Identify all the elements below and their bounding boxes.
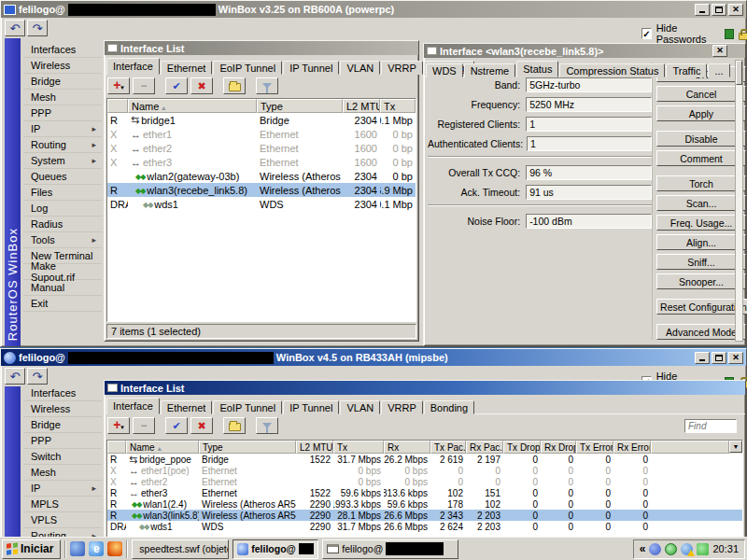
disable-button[interactable]	[190, 417, 213, 434]
close-button[interactable]: ✕	[728, 4, 743, 16]
tray-signal-icon[interactable]	[697, 543, 709, 555]
sidebar-item-ip[interactable]: IP	[23, 481, 102, 497]
interface-list-titlebar[interactable]: Interface List	[105, 381, 745, 395]
table-row[interactable]: wlan2(gateway-03b) Wireless (Atheros AR5…	[107, 169, 416, 183]
sidebar-item-vpls[interactable]: VPLS	[23, 512, 102, 528]
tab-interface[interactable]: Interface	[106, 398, 160, 414]
tab-ip-tunnel[interactable]: IP Tunnel	[283, 400, 339, 414]
sidebar-item-wireless[interactable]: Wireless	[23, 401, 102, 417]
col-rx[interactable]: Rx	[384, 441, 430, 454]
tab-compression-status[interactable]: Compression Status	[559, 63, 665, 77]
comment-button[interactable]	[223, 417, 246, 434]
tab-more[interactable]: ...	[708, 63, 729, 77]
torch-button[interactable]: Torch	[656, 175, 746, 191]
tab-ip-tunnel[interactable]: IP Tunnel	[283, 61, 339, 75]
snooper-button[interactable]: Snooper...	[656, 273, 746, 289]
sidebar-item-mesh[interactable]: Mesh	[23, 465, 102, 481]
add-button[interactable]	[107, 417, 130, 434]
column-select-button[interactable]	[729, 441, 742, 453]
scrollbar-thumb[interactable]	[736, 61, 742, 85]
sidebar-item-interfaces[interactable]: Interfaces	[23, 42, 102, 58]
sidebar-item-mpls[interactable]: MPLS	[23, 497, 102, 512]
sidebar-item-switch[interactable]: Switch	[23, 449, 102, 465]
tab-traffic[interactable]: Traffic	[666, 63, 707, 77]
disable-button[interactable]	[190, 77, 213, 94]
maximize-button[interactable]	[712, 352, 726, 364]
table-row-selected[interactable]: R wlan3(link5.8) Wireless (Atheros AR541…	[107, 510, 742, 521]
sidebar-item-radius[interactable]: Radius	[23, 217, 102, 232]
comment-button[interactable]: Comment	[656, 150, 746, 166]
enable-button[interactable]	[165, 77, 188, 94]
dialog-titlebar[interactable]: Interface <wlan3(recebe_link5.8)> ✕	[424, 44, 745, 58]
redo-button[interactable]: ↷	[27, 20, 48, 36]
sidebar-item-wireless[interactable]: Wireless	[23, 58, 102, 74]
col-tx[interactable]: Tx	[333, 441, 384, 454]
winbox-v3-titlebar[interactable]: felilogo@ WinBox v3.25 on RB600A (powerp…	[1, 1, 746, 18]
table-row[interactable]: DRA wds1 WDS 2304 30.1 Mbp	[107, 197, 416, 211]
table-row[interactable]: R ether3 Ethernet 1522 59.6 kbps 1813.6 …	[107, 487, 742, 498]
sidebar-item-make-supout[interactable]: Make Supout.rif	[23, 264, 102, 280]
quicklaunch-internet-explorer-icon[interactable]: e	[89, 541, 104, 556]
sidebar-item-ppp[interactable]: PPP	[23, 433, 102, 449]
minimize-button[interactable]	[695, 352, 710, 364]
table-row[interactable]: X ether3 Ethernet 1600 0 bp	[107, 155, 416, 169]
col-flags[interactable]	[107, 99, 128, 113]
col-tx-errors[interactable]: Tx Errors	[576, 441, 613, 454]
col-type[interactable]: Type	[199, 441, 296, 454]
col-tx-drops[interactable]: Tx Drops	[503, 441, 541, 454]
tab-ethernet[interactable]: Ethernet	[161, 61, 213, 75]
tray-messenger-icon[interactable]	[649, 543, 661, 555]
filter-button[interactable]	[256, 77, 278, 94]
task-winbox-1[interactable]: felilogo@	[233, 539, 318, 559]
table-row[interactable]: X ether1 Ethernet 1600 0 bp	[107, 127, 416, 141]
table-row[interactable]: R bridge_ppoe Bridge 1522 31.7 Mbps 26.2…	[107, 454, 742, 465]
table-row[interactable]: R bridge1 Bridge 2304 30.1 Mbp	[107, 113, 416, 127]
undo-button[interactable]: ↶	[5, 368, 25, 385]
disable-button[interactable]: Disable	[656, 131, 746, 147]
dialog-close-button[interactable]: ✕	[712, 45, 727, 57]
col-flags[interactable]	[107, 441, 126, 454]
tab-wds[interactable]: WDS	[426, 63, 463, 77]
col-rx-errors[interactable]: Rx Errors	[613, 441, 651, 454]
tray-antivirus-icon[interactable]	[665, 543, 677, 555]
sidebar-item-ip[interactable]: IP	[23, 121, 102, 137]
col-name[interactable]: Name	[126, 441, 199, 454]
sidebar-item-queues[interactable]: Queues	[23, 169, 102, 185]
sidebar-item-tools[interactable]: Tools	[23, 232, 102, 248]
sidebar-item-ppp[interactable]: PPP	[23, 105, 102, 121]
task-winbox-2[interactable]: felilogo@	[322, 539, 458, 559]
advanced-mode-button[interactable]: Advanced Mode	[656, 324, 746, 340]
tab-eoip-tunnel[interactable]: EoIP Tunnel	[213, 400, 282, 414]
sniff-button[interactable]: Sniff...	[656, 254, 746, 270]
tab-vrrp[interactable]: VRRP	[381, 61, 423, 75]
reset-configuration-button[interactable]: Reset Configuration	[656, 299, 747, 315]
remove-button[interactable]	[133, 417, 155, 434]
apply-button[interactable]: Apply	[656, 105, 746, 121]
tab-vlan[interactable]: VLAN	[340, 61, 380, 75]
sidebar-item-mesh[interactable]: Mesh	[23, 90, 102, 105]
tray-collapse-chevron-icon[interactable]	[640, 542, 646, 555]
winbox-v4-titlebar[interactable]: felilogo@ WinBox v4.5 on RB433AH (mipsbe…	[1, 349, 746, 366]
tab-ethernet[interactable]: Ethernet	[161, 400, 213, 414]
tab-nstreme[interactable]: Nstreme	[464, 63, 516, 77]
quicklaunch-messenger-icon[interactable]	[70, 541, 85, 556]
redo-button[interactable]: ↷	[27, 368, 48, 385]
start-button[interactable]: Iniciar	[2, 539, 61, 559]
tab-status[interactable]: Status	[516, 61, 558, 77]
close-button[interactable]: ✕	[728, 352, 743, 364]
sidebar-item-routing[interactable]: Routing	[23, 137, 102, 153]
table-row-selected[interactable]: R wlan3(recebe_link5.8) Wireless (Athero…	[107, 183, 416, 197]
dialog-scrollbar[interactable]	[735, 60, 743, 342]
sidebar-item-exit[interactable]: Exit	[23, 296, 102, 312]
sidebar-item-files[interactable]: Files	[23, 185, 102, 201]
table-row[interactable]: X ether1(poe) Ethernet 0 bps 0 bps 0 0 0…	[107, 465, 742, 476]
cancel-button[interactable]: Cancel	[656, 86, 746, 102]
sidebar-item-log[interactable]: Log	[23, 201, 102, 217]
tab-vlan[interactable]: VLAN	[340, 400, 380, 414]
col-l2mtu[interactable]: L2 MTU	[343, 99, 380, 113]
sidebar-item-system[interactable]: System	[23, 153, 102, 169]
col-tx-packets[interactable]: Tx Pac...	[430, 441, 466, 454]
tab-eoip-tunnel[interactable]: EoIP Tunnel	[213, 61, 282, 75]
col-rx-packets[interactable]: Rx Pac...	[466, 441, 503, 454]
tab-bonding[interactable]: Bonding	[424, 400, 474, 414]
